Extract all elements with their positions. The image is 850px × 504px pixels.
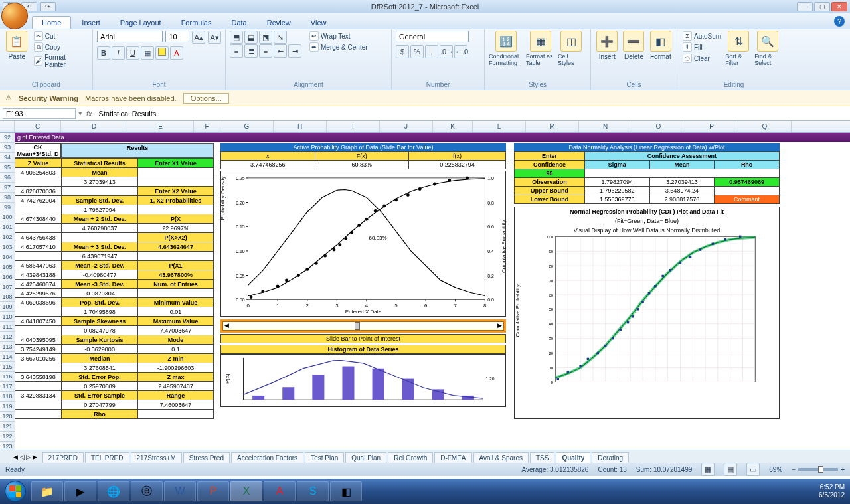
- conf-obs: Observation: [515, 178, 585, 187]
- zoom-slider[interactable]: −+: [792, 466, 845, 473]
- align-left-icon[interactable]: ≡: [230, 44, 243, 58]
- sheet-tab[interactable]: Stress Pred: [183, 452, 230, 463]
- tab-insert[interactable]: Insert: [72, 17, 110, 29]
- indent-inc-icon[interactable]: ⇥: [288, 44, 301, 58]
- maximize-button[interactable]: ▢: [814, 2, 830, 11]
- sheet-tab[interactable]: TEL PRED: [85, 452, 129, 463]
- align-top-icon[interactable]: ⬒: [230, 31, 243, 44]
- svg-rect-112: [567, 371, 569, 373]
- tab-home[interactable]: Home: [32, 16, 71, 29]
- slider-thumb[interactable]: [355, 322, 360, 330]
- border-button[interactable]: ▦: [141, 46, 154, 60]
- sheet-tab[interactable]: 217Stress+M: [131, 452, 182, 463]
- sheet-tab[interactable]: 217PRED: [42, 452, 84, 463]
- conf-comment[interactable]: Comment: [715, 195, 780, 204]
- fill-button[interactable]: ⬇Fill: [681, 42, 722, 52]
- cut-button[interactable]: ✂Cut: [33, 31, 88, 41]
- fill-color-button[interactable]: [155, 46, 169, 60]
- dec-decimal-icon[interactable]: ←.0: [454, 45, 468, 58]
- tab-formulas[interactable]: Formulas: [172, 17, 221, 29]
- align-middle-icon[interactable]: ⬓: [244, 31, 258, 44]
- bold-button[interactable]: B: [97, 46, 110, 60]
- autosum-button[interactable]: ΣAutoSum: [681, 31, 722, 41]
- sheet-tab[interactable]: TSS: [530, 452, 554, 463]
- svg-point-55: [418, 187, 422, 191]
- inc-decimal-icon[interactable]: .0→: [440, 45, 453, 58]
- taskbar-media-icon[interactable]: ▶: [64, 481, 96, 501]
- orientation-icon[interactable]: ⤡: [274, 31, 287, 44]
- taskbar-skype-icon[interactable]: S: [297, 481, 329, 501]
- column-headers[interactable]: CDEFGHIJKLMNOPQ: [0, 121, 850, 133]
- tab-page-layout[interactable]: Page Layout: [111, 17, 171, 29]
- sheet-tab[interactable]: Avail & Spares: [473, 452, 529, 463]
- font-size-combo[interactable]: 10: [165, 31, 189, 42]
- percent-icon[interactable]: %: [410, 45, 424, 58]
- sheet-tab[interactable]: Qual Plan: [345, 452, 386, 463]
- row-headers[interactable]: 9293949596979899100101102103104105106107…: [0, 133, 15, 450]
- security-options-button[interactable]: Options...: [183, 93, 229, 104]
- slider-track[interactable]: ◀ ▶: [222, 321, 504, 331]
- currency-icon[interactable]: $: [396, 45, 409, 58]
- conditional-formatting-button[interactable]: 🔢Conditional Formatting: [489, 31, 523, 66]
- sheet-tab[interactable]: Quality: [556, 452, 590, 463]
- delete-cells-button[interactable]: ➖Delete: [622, 31, 645, 60]
- comma-icon[interactable]: ,: [425, 45, 438, 58]
- taskbar-chrome-icon[interactable]: 🌐: [98, 481, 129, 501]
- sheet-tab[interactable]: Rel Growth: [388, 452, 433, 463]
- taskbar-explorer-icon[interactable]: 📁: [31, 481, 63, 501]
- qat-redo-icon[interactable]: ↷: [40, 2, 56, 11]
- tab-data[interactable]: Data: [222, 17, 256, 29]
- office-button[interactable]: [1, 3, 28, 29]
- taskbar-acrobat-icon[interactable]: A: [264, 481, 296, 501]
- start-button[interactable]: [0, 479, 31, 504]
- font-name-combo[interactable]: Arial: [97, 31, 163, 42]
- underline-button[interactable]: U: [126, 46, 139, 60]
- merge-center-button[interactable]: ⬌Merge & Center: [308, 42, 369, 52]
- wrap-text-button[interactable]: ↩Wrap Text: [308, 31, 369, 41]
- minimize-button[interactable]: —: [797, 2, 813, 11]
- close-button[interactable]: ✕: [831, 2, 847, 11]
- format-cells-button[interactable]: ◧Format: [649, 31, 673, 60]
- taskbar-excel-icon[interactable]: X: [230, 481, 262, 501]
- sheet-tab[interactable]: D-FMEA: [434, 452, 471, 463]
- paste-button[interactable]: 📋Paste: [4, 31, 30, 69]
- number-format-combo[interactable]: General: [396, 31, 469, 42]
- find-select-button[interactable]: 🔍Find & Select: [754, 31, 781, 66]
- indent-dec-icon[interactable]: ⇤: [274, 44, 287, 58]
- align-right-icon[interactable]: ≡: [259, 44, 272, 58]
- grow-font-icon[interactable]: A▴: [192, 31, 205, 44]
- view-normal-icon[interactable]: ▦: [701, 463, 715, 476]
- sheet-tab[interactable]: Acceleration Factors: [231, 452, 303, 463]
- sheet-tab[interactable]: Derating: [592, 452, 629, 463]
- cell-styles-button[interactable]: ◫Cell Styles: [558, 31, 584, 66]
- fx-icon[interactable]: fx: [82, 110, 96, 118]
- view-layout-icon[interactable]: ▤: [724, 463, 737, 476]
- formula-input[interactable]: Statistical Results: [96, 109, 850, 118]
- copy-button[interactable]: ⧉Copy: [33, 42, 88, 52]
- shrink-font-icon[interactable]: A▾: [208, 31, 221, 44]
- align-center-icon[interactable]: ≣: [244, 44, 258, 58]
- insert-cells-button[interactable]: ➕Insert: [595, 31, 619, 60]
- svg-rect-66: [402, 379, 414, 400]
- italic-button[interactable]: I: [112, 46, 125, 60]
- clear-button[interactable]: ◌Clear: [681, 53, 722, 64]
- taskbar-app-icon[interactable]: ◧: [330, 481, 362, 501]
- taskbar-word-icon[interactable]: W: [164, 481, 196, 501]
- conf-pct[interactable]: 95: [515, 169, 585, 178]
- system-tray[interactable]: 6:52 PM 6/5/2012: [813, 483, 850, 499]
- tab-view[interactable]: View: [301, 17, 336, 29]
- font-color-button[interactable]: A: [170, 46, 183, 60]
- align-bottom-icon[interactable]: ⬔: [259, 31, 272, 44]
- format-table-button[interactable]: ▦Format as Table: [526, 31, 555, 66]
- view-break-icon[interactable]: ▭: [746, 463, 760, 476]
- format-painter-button[interactable]: 🖌Format Painter: [33, 53, 88, 69]
- help-icon[interactable]: ?: [834, 16, 845, 27]
- sheet-tab[interactable]: Test Plan: [305, 452, 344, 463]
- worksheet-grid[interactable]: CDEFGHIJKLMNOPQ 929394959697989910010110…: [0, 121, 850, 450]
- taskbar-powerpoint-icon[interactable]: P: [197, 481, 229, 501]
- sheet-tabs[interactable]: ◀ ◁ ▷ ▶217PREDTEL PRED217Stress+MStress …: [0, 450, 850, 463]
- tab-review[interactable]: Review: [258, 17, 300, 29]
- name-box[interactable]: E193: [3, 108, 76, 119]
- sort-filter-button[interactable]: ⇅Sort & Filter: [725, 31, 752, 66]
- taskbar-ie-icon[interactable]: ⓔ: [131, 481, 163, 501]
